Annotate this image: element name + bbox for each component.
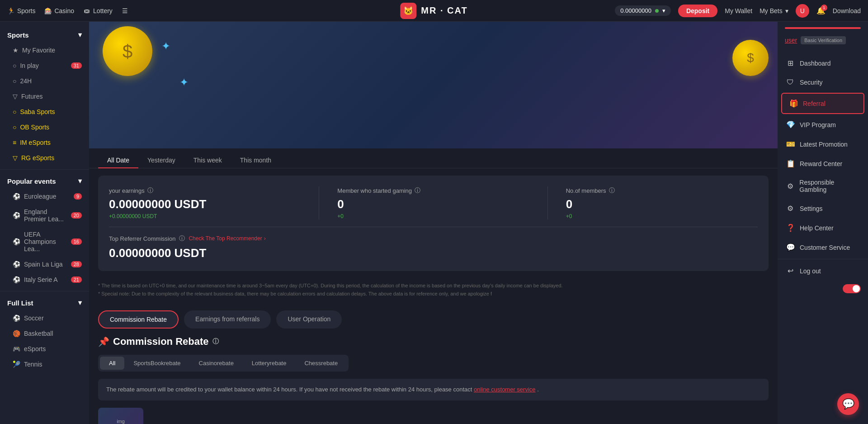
- tab-this-week[interactable]: This week: [184, 153, 231, 168]
- menu-divider: [778, 259, 868, 259]
- check-recommender-link[interactable]: Check The Top Recommender ›: [189, 235, 265, 242]
- sidebar-item-ucl[interactable]: ⚽ UEFA Champions Lea... 16: [0, 227, 89, 257]
- commission-title: 📌 Commission Rebate ⓘ: [98, 336, 769, 348]
- tab-all-date[interactable]: All Date: [98, 153, 138, 168]
- balance-display[interactable]: 0.00000000 ▾: [615, 5, 671, 16]
- notification-badge: 1: [821, 5, 827, 11]
- toggle-switch[interactable]: [843, 284, 861, 293]
- hero-banner: $ ✦ ✦ $: [89, 22, 778, 148]
- sports-section-header[interactable]: Sports ▾: [0, 27, 89, 43]
- earnings-value: 0.00000000 USDT: [109, 197, 301, 211]
- rebate-tab-chess[interactable]: Chessrebate: [295, 357, 347, 370]
- sidebar-item-inplay[interactable]: ○ In play 31: [0, 58, 89, 73]
- nav-casino[interactable]: 🎰 Casino: [44, 7, 74, 14]
- menu-item-promotion[interactable]: 🎫 Latest Promotion: [778, 134, 868, 154]
- tab-yesterday[interactable]: Yesterday: [138, 153, 184, 168]
- chevron-icon-full: ▾: [78, 299, 82, 307]
- stat-members-gaming: Member who started gaming ⓘ 0 +0: [337, 186, 529, 219]
- menu-item-reward[interactable]: 📋 Reward Center: [778, 154, 868, 173]
- sidebar-item-favorite[interactable]: ★ My Favorite: [0, 43, 89, 58]
- info-icon-member[interactable]: ⓘ: [415, 186, 420, 195]
- star-icon: ★: [13, 47, 19, 54]
- sidebar-divider-2: [0, 291, 89, 291]
- theme-toggle[interactable]: [778, 281, 868, 297]
- menu-item-logout[interactable]: ↩ Log out: [778, 261, 868, 281]
- my-bets-link[interactable]: My Bets ▾: [760, 7, 788, 14]
- sidebar-item-euroleague[interactable]: ⚽ Euroleague 9: [0, 189, 89, 204]
- sidebar-item-tennis[interactable]: 🎾 Tennis: [0, 357, 89, 372]
- tab-commission-rebate[interactable]: Commission Rebate: [98, 310, 179, 329]
- seriea-badge: 21: [71, 276, 82, 283]
- sidebar-item-rgesports[interactable]: ▽ RG eSports: [0, 150, 89, 166]
- circle-icon: ○: [13, 62, 16, 69]
- sidebar-item-seriea[interactable]: ⚽ Italy Serie A 21: [0, 272, 89, 287]
- member-value: 0: [337, 197, 529, 211]
- verify-badge: Basic Verification: [801, 36, 846, 44]
- nav-sports[interactable]: 🏃 Sports: [7, 7, 35, 14]
- tab-this-month[interactable]: This month: [231, 153, 280, 168]
- sidebar-item-basketball[interactable]: 🏀 Basketball: [0, 326, 89, 341]
- full-list-header[interactable]: Full List ▾: [0, 295, 89, 310]
- sidebar-item-imesports[interactable]: ≡ IM eSports: [0, 135, 89, 150]
- info-icon-commission[interactable]: ⓘ: [212, 338, 219, 346]
- soccer-icon: ⚽: [13, 314, 20, 322]
- tab-earnings-referrals[interactable]: Earnings from referrals: [184, 310, 271, 329]
- commission-section: 📌 Commission Rebate ⓘ All SportsBookreba…: [89, 336, 778, 400]
- info-icon-nomembers[interactable]: ⓘ: [609, 186, 615, 195]
- user-menu-info: user Basic Verification: [785, 33, 861, 48]
- dashboard-icon: ⊞: [786, 59, 794, 67]
- notice-text-1: * The time is based on UTC+0 time, and o…: [89, 278, 778, 301]
- my-wallet-link[interactable]: My Wallet: [725, 7, 752, 14]
- tab-user-operation[interactable]: User Operation: [276, 310, 342, 329]
- euro-badge: 9: [74, 193, 82, 200]
- sidebar-item-saba[interactable]: ○ Saba Sports: [0, 104, 89, 119]
- logout-icon: ↩: [786, 267, 794, 275]
- menu-item-customer-service[interactable]: 💬 Customer Service: [778, 238, 868, 257]
- rebate-tab-lottery[interactable]: Lotteryrebate: [243, 357, 296, 370]
- sidebar-item-esports[interactable]: 🎮 eSports: [0, 341, 89, 357]
- stat-earnings: your earnings ⓘ 0.00000000 USDT +0.00000…: [109, 186, 301, 219]
- notification-button[interactable]: 🔔 1: [816, 6, 826, 15]
- customer-service-link[interactable]: online customer service: [474, 386, 536, 393]
- clock-icon: ○: [13, 77, 16, 85]
- sidebar-item-epl[interactable]: ⚽ England Premier Lea... 20: [0, 204, 89, 227]
- euro-icon: ⚽: [13, 193, 20, 200]
- balance-dot: [655, 9, 659, 13]
- user-chip[interactable]: user: [785, 37, 797, 44]
- sidebar-item-24h[interactable]: ○ 24H: [0, 73, 89, 89]
- user-avatar[interactable]: U: [796, 4, 809, 18]
- info-icon-earnings[interactable]: ⓘ: [147, 186, 153, 195]
- hero-coin-right: $: [732, 40, 769, 76]
- rebate-tab-all[interactable]: All: [100, 357, 124, 370]
- rebate-tab-casino[interactable]: Casinorebate: [190, 357, 243, 370]
- logo[interactable]: 🐱 MR · CAT: [400, 3, 467, 19]
- help-icon: ❓: [786, 224, 794, 232]
- responsible-icon: ⚙: [786, 182, 794, 191]
- chat-button[interactable]: 💬: [837, 393, 859, 415]
- sidebar-item-soccer[interactable]: ⚽ Soccer: [0, 310, 89, 326]
- menu-item-vip[interactable]: 💎 VIP Program: [778, 115, 868, 134]
- nav-left: 🏃 Sports 🎰 Casino 🎟 Lottery ☰: [7, 7, 129, 14]
- info-icon-referrer[interactable]: ⓘ: [179, 234, 185, 243]
- popular-section-header[interactable]: Popular events ▾: [0, 173, 89, 189]
- nav-more[interactable]: ☰: [122, 7, 129, 14]
- menu-item-security[interactable]: 🛡 Security: [778, 73, 868, 92]
- menu-item-help[interactable]: ❓ Help Center: [778, 218, 868, 238]
- hero-coin-left: $: [103, 26, 161, 85]
- menu-item-referral[interactable]: 🎁 Referral: [781, 93, 864, 114]
- seriea-icon: ⚽: [13, 276, 20, 283]
- menu-item-dashboard[interactable]: ⊞ Dashboard: [778, 53, 868, 73]
- nav-lottery[interactable]: 🎟 Lottery: [83, 7, 113, 14]
- menu-item-settings[interactable]: ⚙ Settings: [778, 199, 868, 218]
- inplay-badge: 31: [71, 62, 82, 69]
- sidebar-item-futures[interactable]: ▽ Futures: [0, 89, 89, 104]
- futures-icon: ▽: [13, 93, 18, 100]
- sidebar-item-laliga[interactable]: ⚽ Spain La Liga 28: [0, 257, 89, 272]
- menu-item-responsible[interactable]: ⚙ Responsible Gambling: [778, 173, 868, 199]
- rebate-tab-sportsbook[interactable]: SportsBookrebate: [124, 357, 189, 370]
- user-menu-bar: [785, 27, 861, 29]
- chevron-down-icon: ▾: [785, 7, 788, 14]
- download-link[interactable]: Download: [833, 7, 861, 14]
- sidebar-item-obsports[interactable]: ○ OB Sports: [0, 119, 89, 135]
- deposit-button[interactable]: Deposit: [678, 5, 717, 17]
